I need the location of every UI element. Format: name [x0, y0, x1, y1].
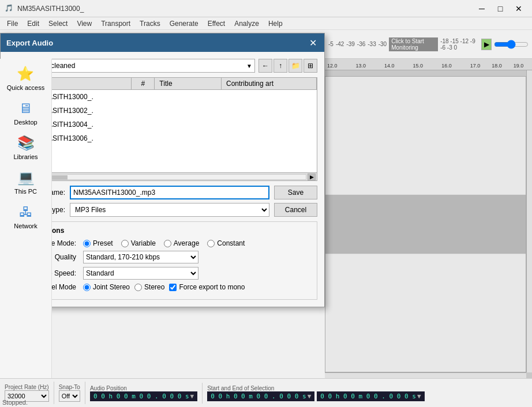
snap-to-select[interactable]: Off On	[59, 390, 80, 402]
status-bar: Project Rate (Hz) 32000 44100 48000 Snap…	[0, 378, 532, 407]
left-area: ⭐ Quick access 🖥 Desktop 📚 Libraries 💻 T…	[0, 59, 325, 378]
selection-start-dropdown[interactable]: ▼	[308, 393, 312, 400]
menu-select[interactable]: Select	[44, 18, 72, 29]
selection-section: Start and End of Selection 0 0 h 0 0 m 0…	[203, 383, 532, 404]
menu-bar: File Edit Select View Transport Tracks G…	[0, 17, 532, 30]
menu-view[interactable]: View	[72, 18, 96, 29]
menu-file[interactable]: File	[2, 18, 23, 29]
libraries-label: Libraries	[13, 153, 38, 160]
track-area	[325, 70, 532, 378]
waveform-area	[325, 76, 526, 372]
selection-end-dropdown[interactable]: ▼	[417, 393, 421, 400]
time-ruler: 12.0 13.0 14.0 15.0 16.0 17.0 18.0 19.0 …	[325, 59, 532, 70]
network-label: Network	[14, 223, 37, 229]
quick-access-icon: ⭐	[17, 66, 34, 82]
app-icon: 🎵	[5, 4, 14, 13]
app-window: 🎵 NM35AASITH13000_ ─ □ ✕ File Edit Selec…	[0, 0, 532, 407]
vertical-scrollbar[interactable]	[526, 70, 532, 372]
menu-transport[interactable]: Transport	[96, 18, 135, 29]
selection-label: Start and End of Selection	[207, 385, 527, 391]
audio-pos-dropdown[interactable]: ▼	[190, 393, 194, 400]
sidebar-this-pc[interactable]: 💻 This PC	[12, 167, 39, 197]
stopped-text: Stopped.	[2, 399, 28, 406]
dialog-title-bar: Export Audio ✕	[1, 33, 324, 52]
dialog-close-button[interactable]: ✕	[307, 37, 319, 48]
libraries-icon: 📚	[17, 135, 35, 151]
menu-generate[interactable]: Generate	[165, 18, 203, 29]
minimize-button[interactable]: ─	[473, 2, 490, 16]
quick-access-sidebar: ⭐ Quick access 🖥 Desktop 📚 Libraries 💻 T…	[0, 59, 52, 378]
app-title: NM35AASITH13000_	[17, 5, 473, 13]
network-icon: 🖧	[19, 204, 33, 220]
window-controls: ─ □ ✕	[473, 2, 527, 16]
play-monitor-button[interactable]: ▶	[481, 39, 492, 50]
this-pc-label: This PC	[14, 188, 37, 195]
selection-end-display: 0 0 h 0 0 m 0 0 . 0 0 0 s ▼	[317, 391, 424, 401]
menu-analyze[interactable]: Analyze	[230, 18, 264, 29]
snap-to-label: Snap-To	[59, 384, 80, 390]
menu-help[interactable]: Help	[264, 18, 287, 29]
vu-label: -5	[328, 41, 334, 47]
close-button[interactable]: ✕	[510, 2, 527, 16]
volume-slider[interactable]	[494, 40, 529, 49]
audio-position-label: Audio Position	[90, 385, 197, 391]
menu-effect[interactable]: Effect	[203, 18, 230, 29]
this-pc-icon: 💻	[17, 169, 35, 186]
sidebar-libraries[interactable]: 📚 Libraries	[11, 133, 40, 163]
sidebar-network[interactable]: 🖧 Network	[12, 202, 39, 232]
desktop-label: Desktop	[14, 119, 37, 126]
sidebar-quick-access[interactable]: ⭐ Quick access	[5, 63, 47, 93]
title-bar: 🎵 NM35AASITH13000_ ─ □ ✕	[0, 0, 532, 17]
svg-rect-0	[325, 195, 526, 254]
menu-edit[interactable]: Edit	[23, 18, 44, 29]
project-rate-label: Project Rate (Hz)	[5, 384, 49, 390]
maximize-button[interactable]: □	[492, 2, 509, 16]
sidebar-desktop[interactable]: 🖥 Desktop	[12, 98, 39, 128]
quick-access-label: Quick access	[7, 84, 44, 91]
audio-position-display: 0 0 h 0 0 m 0 0 . 0 0 0 s ▼	[90, 391, 197, 401]
snap-to-section: Snap-To Off On	[54, 382, 85, 404]
selection-displays: 0 0 h 0 0 m 0 0 . 0 0 0 s ▼ 0 0 h 0 0 m …	[207, 391, 527, 401]
selection-start-display: 0 0 h 0 0 m 0 0 . 0 0 0 s ▼	[207, 391, 314, 401]
monitor-area: -5 -42 -39 -36 -33 -30 Click to Start Mo…	[325, 30, 532, 59]
audio-position-section: Audio Position 0 0 h 0 0 m 0 0 . 0 0 0 s…	[85, 383, 203, 404]
horizontal-scrollbar[interactable]	[325, 372, 526, 378]
start-monitoring-button[interactable]: Click to Start Monitoring	[389, 37, 438, 51]
waveform-svg	[325, 77, 526, 372]
desktop-icon: 🖥	[18, 100, 32, 116]
dialog-title: Export Audio	[6, 39, 53, 47]
menu-tracks[interactable]: Tracks	[135, 18, 165, 29]
